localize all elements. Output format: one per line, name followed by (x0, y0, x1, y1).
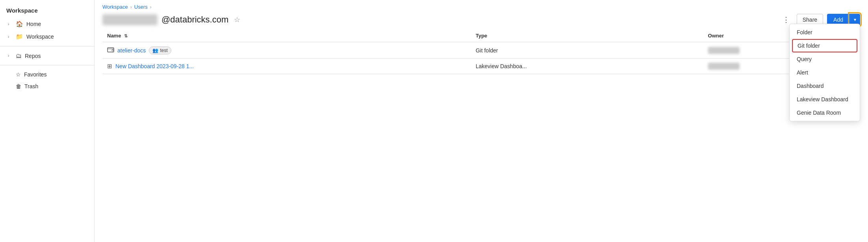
trash-icon: 🗑 (16, 83, 21, 89)
file-link-dashboard[interactable]: New Dashboard 2023-09-28 1... (115, 63, 194, 69)
email-suffix: @databricks.com (161, 15, 228, 25)
type-cell: Git folder (471, 42, 703, 59)
file-table-container: Name ⇅ Type Owner (95, 30, 868, 242)
sidebar-item-label: Favorites (24, 71, 47, 78)
sort-icon: ⇅ (124, 34, 128, 38)
dropdown-item-git-folder[interactable]: Git folder (792, 39, 857, 52)
tag-label: test (160, 48, 167, 53)
name-cell-dashboard: ⊞ New Dashboard 2023-09-28 1... (107, 63, 466, 70)
sidebar-item-repos[interactable]: › 🗂 Repos (2, 50, 93, 62)
breadcrumb-workspace[interactable]: Workspace (102, 4, 128, 10)
user-name-blurred (102, 14, 158, 25)
home-icon: 🏠 (16, 20, 23, 28)
sidebar-item-home[interactable]: › 🏠 Home (2, 18, 93, 30)
type-cell: Lakeview Dashboa... (471, 59, 703, 74)
chevron-icon: › (8, 54, 13, 58)
content-header: @databricks.com ☆ ⋮ Share Add ▾ (95, 12, 868, 30)
chevron-icon: › (8, 35, 13, 39)
svg-rect-0 (108, 48, 114, 52)
name-cell: atelier-docs 👥 test (107, 46, 466, 54)
sidebar-item-label: Workspace (26, 34, 54, 40)
add-dropdown-menu: Folder Git folder Query Alert Dashboard … (789, 24, 860, 121)
git-folder-icon (107, 46, 114, 54)
dropdown-item-dashboard[interactable]: Dashboard (790, 79, 860, 93)
file-link-atelier-docs[interactable]: atelier-docs (117, 47, 146, 54)
sidebar-divider (0, 46, 94, 47)
breadcrumb-sep-2: › (150, 4, 152, 10)
star-icon: ☆ (16, 71, 21, 78)
sidebar-item-trash[interactable]: 🗑 Trash (2, 80, 93, 92)
svg-point-1 (112, 50, 113, 51)
sidebar-item-workspace[interactable]: › 📁 Workspace (2, 30, 93, 43)
sidebar-item-label: Trash (24, 83, 38, 89)
table-row: ⊞ New Dashboard 2023-09-28 1... Lakeview… (102, 59, 860, 74)
dropdown-item-query[interactable]: Query (790, 52, 860, 66)
dropdown-item-genie-data-room[interactable]: Genie Data Room (790, 106, 860, 119)
dashboard-icon: ⊞ (107, 63, 112, 70)
col-name[interactable]: Name ⇅ (102, 30, 471, 42)
sidebar-divider-2 (0, 65, 94, 65)
dropdown-item-folder[interactable]: Folder (790, 26, 860, 39)
sidebar-item-favorites[interactable]: ☆ Favorites (2, 69, 93, 80)
file-table: Name ⇅ Type Owner (102, 30, 860, 74)
chevron-icon: › (8, 22, 13, 26)
repos-icon: 🗂 (16, 52, 22, 59)
workspace-icon: 📁 (16, 33, 23, 40)
table-row: atelier-docs 👥 test Git folder (102, 42, 860, 59)
col-type[interactable]: Type (471, 30, 703, 42)
sidebar: Workspace › 🏠 Home › 📁 Workspace › 🗂 Rep… (0, 0, 95, 242)
sidebar-title: Workspace (0, 5, 94, 18)
dropdown-item-lakeview-dashboard[interactable]: Lakeview Dashboard (790, 93, 860, 106)
breadcrumb: Workspace › Users › (95, 0, 868, 12)
tag-badge-test: 👥 test (149, 47, 171, 54)
favorite-star-icon[interactable]: ☆ (234, 15, 240, 24)
breadcrumb-sep: › (130, 4, 132, 10)
main-content: Workspace › Users › @databricks.com ☆ ⋮ … (95, 0, 868, 242)
sidebar-item-label: Repos (25, 53, 41, 59)
sidebar-item-label: Home (26, 21, 41, 27)
tag-icon: 👥 (152, 48, 158, 53)
dropdown-item-alert[interactable]: Alert (790, 66, 860, 79)
breadcrumb-users[interactable]: Users (134, 4, 148, 10)
